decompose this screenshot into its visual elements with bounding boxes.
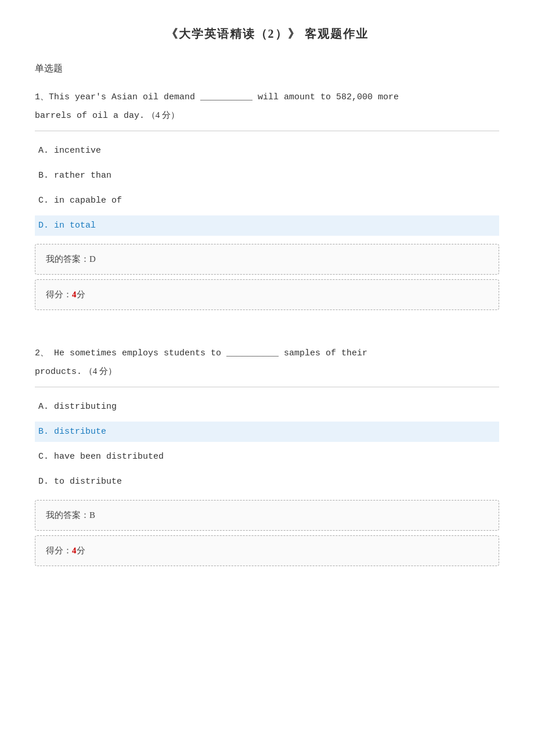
answer-box-2: 我的答案：B — [35, 500, 499, 531]
option-1-D[interactable]: D. in total — [35, 215, 499, 236]
question-2-divider — [35, 387, 499, 387]
score-box-1: 得分：4分 — [35, 279, 499, 310]
option-2-A[interactable]: A. distributing — [35, 397, 499, 417]
question-2-text: 2、 He sometimes employs students to ____… — [35, 345, 499, 381]
question-1-points: （4 分） — [145, 110, 179, 120]
option-1-B[interactable]: B. rather than — [35, 165, 499, 186]
question-1-divider — [35, 131, 499, 131]
spacer-1 — [35, 327, 499, 345]
question-block-1: 1、This year's Asian oil demand _________… — [35, 89, 499, 310]
score-value-2: 4 — [72, 546, 77, 555]
option-1-C[interactable]: C. in capable of — [35, 190, 499, 211]
option-2-B[interactable]: B. distribute — [35, 422, 499, 442]
question-1-text: 1、This year's Asian oil demand _________… — [35, 89, 499, 125]
option-1-A[interactable]: A. incentive — [35, 141, 499, 161]
score-box-2: 得分：4分 — [35, 535, 499, 566]
option-2-D[interactable]: D. to distribute — [35, 471, 499, 492]
option-2-C[interactable]: C. have been distributed — [35, 447, 499, 467]
score-value-1: 4 — [72, 290, 77, 299]
page-title: 《大学英语精读（2）》 客观题作业 — [35, 23, 499, 44]
answer-box-1: 我的答案：D — [35, 244, 499, 275]
question-2-points: （4 分） — [82, 366, 117, 376]
question-block-2: 2、 He sometimes employs students to ____… — [35, 345, 499, 566]
section-label: 单选题 — [35, 60, 499, 77]
